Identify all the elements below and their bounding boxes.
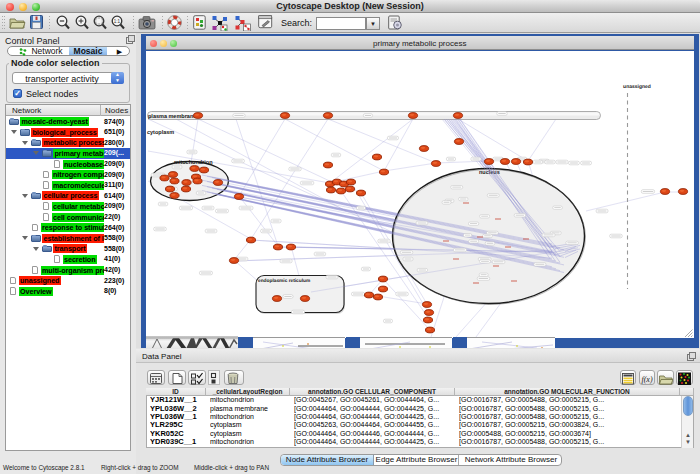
svg-text:unassigned: unassigned <box>623 84 651 90</box>
svg-text:cytoplasm: cytoplasm <box>147 130 174 136</box>
svg-text:1:1: 1:1 <box>114 19 121 24</box>
svg-text:endoplasmic reticulum: endoplasmic reticulum <box>258 278 310 284</box>
svg-text:plasma membrane: plasma membrane <box>148 114 196 120</box>
svg-text:f(x): f(x) <box>641 375 652 384</box>
